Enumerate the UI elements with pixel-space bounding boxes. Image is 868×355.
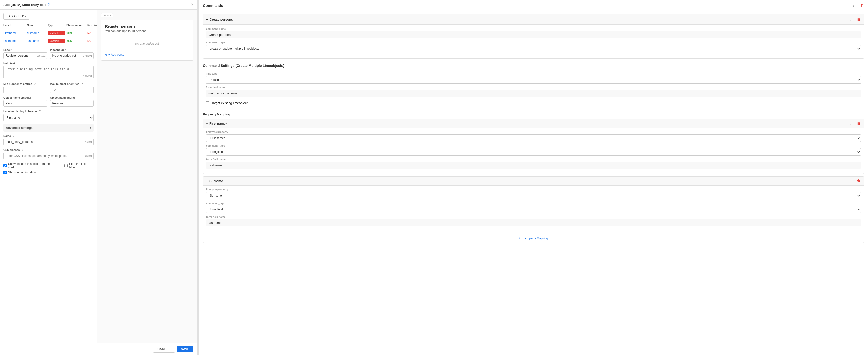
add-property-label: + Property Mapping — [522, 237, 548, 240]
name-input-container: 172/191 — [3, 139, 94, 145]
css-classes-input[interactable] — [3, 152, 94, 159]
name-input[interactable] — [3, 139, 94, 145]
object-name-row: Object name singular Object name plural — [3, 96, 94, 107]
max-entries-input[interactable] — [50, 87, 94, 93]
css-classes-input-container: 191/191 — [3, 152, 94, 159]
help-text-input[interactable] — [3, 66, 94, 79]
command-name-label: Command Name — [206, 28, 861, 30]
modal-title: Add [BETA] Multi-entry field ? — [3, 3, 50, 7]
table-row: Lastname lastname Text field YES NO + ⚙ … — [3, 37, 94, 45]
field-name-link[interactable]: lastname — [27, 39, 47, 43]
property-item-actions: ↓ ↑ 🗑 — [849, 178, 861, 183]
save-button[interactable]: SAVE — [177, 346, 193, 352]
move-up-icon[interactable]: ↑ — [856, 3, 859, 8]
create-persons-title: − Create persons — [206, 18, 233, 22]
collapse-icon[interactable]: − — [206, 18, 208, 22]
field-name-link[interactable]: firstname — [27, 31, 47, 35]
col-required: Required — [87, 24, 97, 27]
move-up-icon[interactable]: ↑ — [852, 178, 855, 183]
lime-type-group: Lime type Person — [203, 72, 864, 84]
lime-type-select[interactable]: Person — [206, 76, 861, 84]
move-down-icon[interactable]: ↓ — [849, 17, 851, 22]
help-icon[interactable]: ? — [48, 3, 50, 6]
add-field-label: + ADD FIELD ▾ — [6, 15, 27, 18]
object-plural-label: Object name plural — [50, 96, 94, 99]
object-singular-input[interactable] — [3, 100, 47, 107]
show-include-checkbox[interactable] — [3, 164, 7, 167]
field-label-link[interactable]: Lastname — [3, 39, 26, 43]
delete-property-icon[interactable]: 🗑 — [856, 121, 861, 126]
delete-property-icon[interactable]: 🗑 — [856, 178, 861, 183]
property-item-first-name-header: − First name* ↓ ↑ 🗑 — [203, 119, 864, 128]
label-display-label: Label to display in header ? — [3, 110, 94, 113]
css-classes-label: CSS classes ? — [3, 148, 94, 151]
min-max-row: Min number of entries ? Max number of en… — [3, 82, 94, 93]
show-confirmation-checkbox-group: Show in confirmation — [3, 171, 56, 174]
advanced-settings-toggle[interactable]: Advanced settings ▾ — [3, 124, 94, 131]
placeholder-char-count: 175/191 — [83, 54, 92, 57]
collapse-icon[interactable]: − — [206, 122, 208, 125]
preview-badge: Preview — [101, 13, 113, 18]
prop-command-type-select[interactable]: form_field — [206, 206, 861, 213]
prop-form-field-name-group: Form field name lastname — [206, 216, 861, 226]
name-help-icon[interactable]: ? — [13, 134, 14, 138]
checkboxes-row: Show/Include this field from the start S… — [3, 162, 94, 176]
limetype-property-label: Limetype property — [206, 188, 861, 191]
limetype-property-select[interactable]: First name* — [206, 134, 861, 142]
css-classes-help-icon[interactable]: ? — [22, 148, 24, 151]
limetype-property-group: Limetype property First name* — [206, 130, 861, 142]
property-item-actions: ↓ ↑ 🗑 — [849, 121, 861, 126]
label-display-select[interactable]: Firstname — [3, 114, 94, 121]
commands-header: Commands ↓ ↑ 🗑 — [199, 0, 868, 11]
first-name-label: First name* — [209, 122, 227, 125]
add-field-button[interactable]: + ADD FIELD ▾ — [3, 13, 29, 20]
move-down-icon[interactable]: ↓ — [852, 3, 855, 8]
max-entries-help-icon[interactable]: ? — [81, 82, 83, 86]
property-item-surname-header: − Surname ↓ ↑ 🗑 — [203, 177, 864, 186]
left-checkboxes: Show/Include this field from the start S… — [3, 162, 56, 176]
hide-field-label: Hide the field label — [69, 162, 94, 169]
move-up-icon[interactable]: ↑ — [852, 17, 855, 22]
prop-command-type-select[interactable]: form_field — [206, 148, 861, 155]
preview-box: Register persons You can add upp to 10 p… — [101, 20, 193, 61]
object-plural-input[interactable] — [50, 100, 94, 107]
delete-section-icon[interactable]: 🗑 — [856, 17, 861, 22]
move-down-icon[interactable]: ↓ — [849, 178, 851, 183]
left-content: + ADD FIELD ▾ Label Name Type Show/Inclu… — [0, 10, 197, 343]
property-item-first-name-title: − First name* — [206, 122, 227, 125]
target-existing-label: Target existing limeobject — [211, 101, 248, 105]
help-text-label: Help text — [3, 62, 94, 65]
delete-command-icon[interactable]: 🗑 — [860, 3, 864, 8]
placeholder-label: Placeholder — [50, 49, 94, 52]
section-actions: ↓ ↑ 🗑 — [849, 17, 861, 22]
command-type-select[interactable]: create-or-update-multiple-limeobjects — [206, 45, 861, 53]
label-display-help-icon[interactable]: ? — [39, 110, 41, 113]
prop-form-field-name-label: Form field name — [206, 158, 861, 161]
hide-field-checkbox[interactable] — [64, 164, 68, 167]
move-down-icon[interactable]: ↓ — [849, 121, 851, 126]
name-label: Name ? — [3, 134, 94, 138]
show-value: YES — [66, 39, 86, 42]
close-button[interactable]: × — [191, 2, 193, 7]
add-person-button[interactable]: ⊕ + Add person — [105, 53, 126, 56]
commands-title: Commands — [203, 3, 223, 8]
show-confirmation-checkbox[interactable] — [3, 171, 7, 174]
property-item-surname: − Surname ↓ ↑ 🗑 Limetype property Surnam… — [203, 176, 864, 231]
target-existing-checkbox[interactable] — [206, 101, 209, 105]
cancel-button[interactable]: CANCEL — [153, 346, 175, 353]
min-entries-help-icon[interactable]: ? — [34, 82, 36, 86]
create-persons-body: Command Name Create persons command_type… — [203, 25, 864, 58]
field-label-link[interactable]: Firstname — [3, 31, 26, 35]
add-property-mapping-button[interactable]: + + Property Mapping — [203, 234, 864, 243]
surname-label: Surname — [209, 179, 223, 183]
move-up-icon[interactable]: ↑ — [852, 121, 855, 126]
property-mapping-header: Property Mapping — [199, 110, 868, 119]
min-entries-input[interactable] — [3, 87, 47, 93]
modal-header: Add [BETA] Multi-entry field ? × — [0, 0, 197, 10]
collapse-icon[interactable]: − — [206, 179, 208, 183]
show-value: YES — [66, 32, 86, 35]
command-name-group: Command Name Create persons — [206, 28, 861, 38]
limetype-property-select[interactable]: Surname — [206, 192, 861, 200]
label-placeholder-row: Label * 175/191 Placeholder 175/191 — [3, 49, 94, 59]
create-persons-header: − Create persons ↓ ↑ 🗑 — [203, 14, 864, 25]
